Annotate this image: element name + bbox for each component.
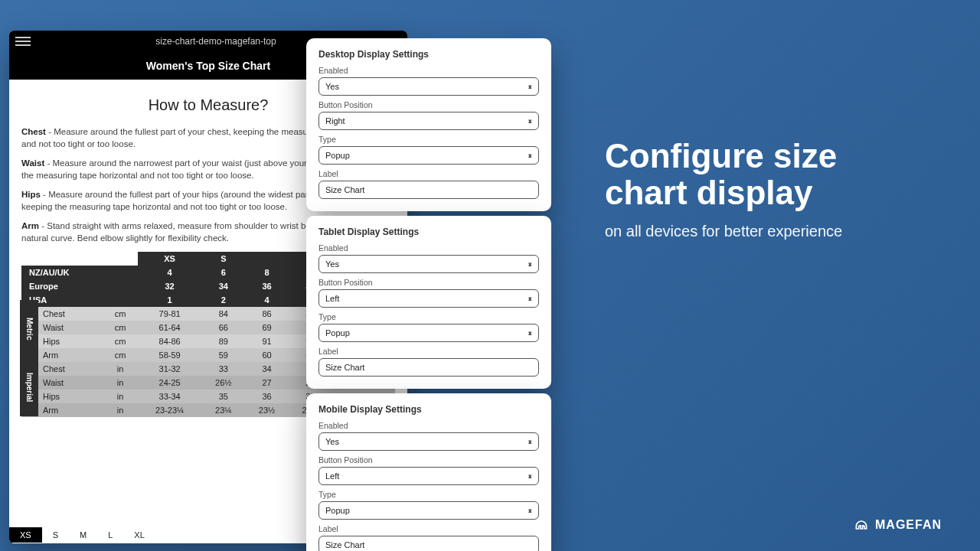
- label-caption: Label: [318, 524, 539, 533]
- hero-title: Configure size chart display: [605, 138, 926, 212]
- type-label: Type: [318, 312, 539, 321]
- enabled-select[interactable]: Yes▴▾: [318, 255, 539, 273]
- type-select[interactable]: Popup▴▾: [318, 501, 539, 520]
- card-title: Tablet Display Settings: [318, 227, 539, 237]
- size-tab[interactable]: XL: [123, 527, 155, 543]
- tablet-settings-card: Tablet Display SettingsEnabledYes▴▾Butto…: [306, 216, 551, 389]
- metric-tab[interactable]: Metric: [20, 300, 38, 358]
- size-col-header: XS: [138, 252, 202, 266]
- imperial-tab[interactable]: Imperial: [20, 358, 38, 416]
- enabled-select[interactable]: Yes▴▾: [318, 77, 539, 96]
- type-label: Type: [318, 135, 539, 144]
- hero: Configure size chart display on all devi…: [605, 138, 926, 240]
- hero-subtitle: on all devices for better experience: [605, 223, 926, 240]
- position-select[interactable]: Left▴▾: [318, 289, 539, 308]
- elephant-icon: [854, 517, 869, 533]
- region-label: NZ/AU/UK: [21, 266, 138, 279]
- size-col-header: [245, 252, 289, 266]
- size-tab[interactable]: M: [69, 527, 97, 543]
- size-tab[interactable]: L: [97, 527, 123, 543]
- enabled-label: Enabled: [318, 421, 539, 430]
- mobile-settings-card: Mobile Display SettingsEnabledYes▴▾Butto…: [306, 393, 551, 551]
- type-select[interactable]: Popup▴▾: [318, 324, 539, 342]
- enabled-label: Enabled: [318, 66, 539, 75]
- hamburger-icon[interactable]: [15, 37, 31, 46]
- enabled-label: Enabled: [318, 243, 539, 253]
- position-select[interactable]: Left▴▾: [318, 467, 539, 485]
- position-label: Button Position: [318, 100, 539, 109]
- size-tab[interactable]: XS: [9, 527, 42, 543]
- position-select[interactable]: Right▴▾: [318, 112, 539, 130]
- desktop-settings-card: Desktop Display SettingsEnabledYes▴▾Butt…: [306, 38, 551, 211]
- label-caption: Label: [318, 169, 539, 178]
- enabled-select[interactable]: Yes▴▾: [318, 432, 539, 451]
- label-input[interactable]: Size Chart: [318, 536, 539, 551]
- card-title: Mobile Display Settings: [318, 404, 539, 415]
- card-title: Desktop Display Settings: [318, 49, 539, 60]
- brand-text: MAGEFAN: [875, 518, 942, 532]
- type-label: Type: [318, 490, 539, 499]
- brand-logo: MAGEFAN: [854, 517, 942, 533]
- label-input[interactable]: Size Chart: [318, 358, 539, 377]
- size-col-header: S: [201, 252, 245, 266]
- size-tab[interactable]: S: [42, 527, 69, 543]
- label-caption: Label: [318, 347, 539, 356]
- size-selector: XSSMLXL: [9, 527, 155, 543]
- label-input[interactable]: Size Chart: [318, 181, 539, 199]
- region-label: USA: [21, 293, 138, 307]
- position-label: Button Position: [318, 455, 539, 465]
- type-select[interactable]: Popup▴▾: [318, 146, 539, 165]
- region-label: Europe: [21, 279, 138, 293]
- position-label: Button Position: [318, 278, 539, 287]
